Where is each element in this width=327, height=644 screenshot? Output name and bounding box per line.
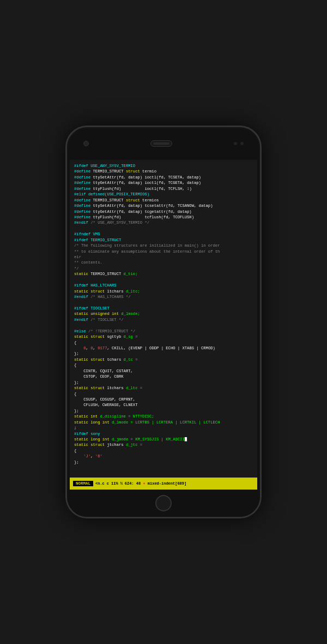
sensor-dot-2 [240, 142, 244, 145]
code-line: }; [74, 380, 253, 385]
speaker-grille [153, 142, 169, 145]
code-line: #define TERMIO_STRUCT struct termio [74, 169, 253, 174]
phone-bottom [67, 490, 260, 517]
code-line: { [74, 448, 253, 454]
code-line: CFLUSH, CWERASE, CLNEXT [74, 402, 253, 408]
code-line: 'J', 'B' [74, 454, 253, 459]
vim-flag: mixed-indent[689] [148, 481, 186, 486]
code-line: #ifdef HAS_LTCHARS [74, 283, 253, 288]
code-line: ** to eliminate any assumptions about th… [74, 249, 253, 254]
code-line: static long int d_jmode = KM_SYSSJIS | K… [74, 437, 253, 442]
code-line [74, 226, 253, 231]
code-line [74, 300, 253, 306]
vim-percent: 11% [111, 481, 118, 486]
code-line: static struct ltchars d_ltc; [74, 289, 253, 294]
sensors-area [234, 142, 244, 145]
vim-line-col: ℕ [120, 481, 123, 486]
code-line: #else /* !TERMIO_STRUCT */ [74, 329, 253, 334]
code-line: #define TERMIO_STRUCT struct termios [74, 198, 253, 203]
code-line: static long int d_lmode = LCRTBS | LCRTE… [74, 420, 253, 425]
code-line: static TERMIO_STRUCT d_tio; [74, 271, 253, 277]
code-line: { [74, 340, 253, 345]
code-editor[interactable]: #ifdef USE_ANY_SYSV_TERMIO#define TERMIO… [70, 160, 257, 478]
vim-dot: ● [143, 481, 146, 486]
code-line: static struct jtchars d_jtc = [74, 442, 253, 448]
code-line: #define ttyFlush(fd) tcflush(fd, TCOFLUS… [74, 214, 253, 220]
vim-statusbar: NORMAL <n.c c 11% ℕ 624: 48 ● mixed-inde… [70, 478, 257, 490]
code-line: #ifdef sony [74, 431, 253, 437]
code-line: #endif /* USE_ANY_SYSV_TERMIO */ [74, 220, 253, 225]
code-line: CSTOP, CEOF, CBRK [74, 374, 253, 379]
code-line: #endif /* HAS_LTCHARS */ [74, 294, 253, 300]
code-line [74, 277, 253, 283]
code-line: #ifdef USE_ANY_SYSV_TERMIO [74, 163, 253, 169]
code-line: #define ttyFlush(fd) ioctl(fd, TCFLSH, 1… [74, 186, 253, 192]
front-camera [83, 141, 89, 146]
code-line: */ [74, 266, 253, 271]
code-line: { [74, 391, 253, 397]
phone-device: #ifdef USE_ANY_SYSV_TERMIO#define TERMIO… [65, 126, 262, 518]
code-line: #define ttyGetAttr(fd, datap) ioctl(fd, … [74, 180, 253, 186]
sensor-dot-1 [234, 142, 237, 145]
vim-position: 624: 48 [125, 481, 141, 486]
code-line: }; [74, 408, 253, 414]
code-line: #define ttySetAttr(fd, datap) tcsetattr(… [74, 203, 253, 208]
code-line: }; [74, 460, 253, 465]
code-line [74, 323, 253, 328]
code-line: }; [74, 351, 253, 356]
phone-screen: #ifdef USE_ANY_SYSV_TERMIO#define TERMIO… [70, 160, 257, 490]
vim-mode: NORMAL [73, 481, 93, 486]
code-line: /* The following structures are initiali… [74, 243, 253, 248]
code-line: ; [74, 425, 253, 431]
code-line: CSUSP, CDSUSP, CRPRNT, [74, 397, 253, 402]
code-line: #ifdef TERMIO_STRUCT [74, 237, 253, 243]
code-line: #ifndef VMS [74, 231, 253, 237]
vim-filename: <n.c [95, 481, 105, 486]
code-line: static struct tchars d_tc = [74, 357, 253, 362]
code-line: eir [74, 254, 253, 260]
phone-top-bar [67, 127, 260, 160]
code-line: static unsigned int d_lmode; [74, 311, 253, 317]
code-line: static int d_disipline = NTTYDISC; [74, 414, 253, 419]
code-line: #elif defined(USE_POSIX_TERMIOS) [74, 192, 253, 197]
earpiece-speaker [150, 140, 172, 147]
code-line: { [74, 362, 253, 368]
code-line: ** contents. [74, 260, 253, 265]
code-line: #define ttySetAttr(fd, datap) ioctl(fd, … [74, 175, 253, 180]
code-line: CINTR, CQUIT, CSTART, [74, 368, 253, 374]
code-line: #endif /* TIOCLSET */ [74, 317, 253, 323]
code-line: #define ttyGetAttr(fd, datap) tcgetattr(… [74, 209, 253, 214]
home-button[interactable] [155, 495, 172, 511]
code-line: #ifdef TIOCLSET [74, 306, 253, 311]
vim-filetype: c [107, 481, 109, 486]
code-line: static struct sgttyb d_sg = [74, 334, 253, 339]
code-line: static struct ltchars d_ltc = [74, 385, 253, 391]
code-line: 0, 0, 0177, CKILL, (EVENP | ODDP | ECHO … [74, 345, 253, 351]
